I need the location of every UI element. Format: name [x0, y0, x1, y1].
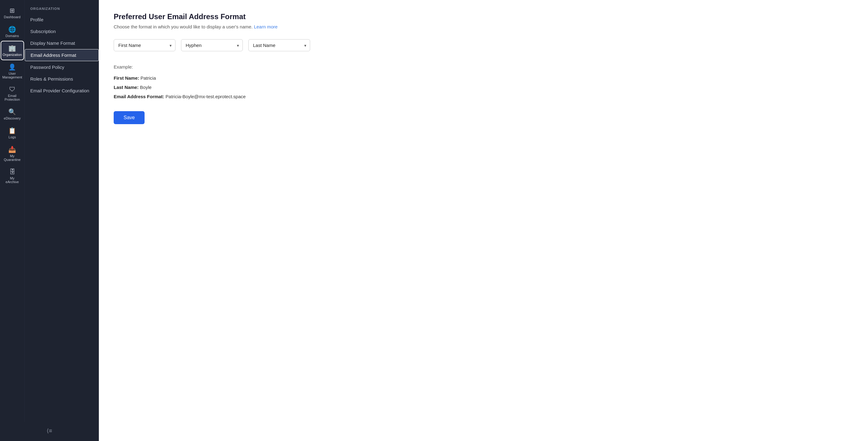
last-name-example-value: Boyle	[140, 85, 152, 90]
org-label: ORGANIZATION	[25, 1, 99, 13]
sidebar-nav-label: Logs	[9, 135, 16, 139]
sidebar-nav-item-my-earchive[interactable]: 🗄 My eArchive	[1, 165, 24, 187]
sidebar-nav-label: Domains	[6, 34, 19, 38]
sidebar-nav-label: eDiscovery	[4, 117, 21, 120]
sidebar-nav-item-my-quarantine[interactable]: 📥 My Quarantine	[1, 143, 24, 165]
org-menu-item-subscription[interactable]: Subscription	[25, 26, 99, 37]
sidebar-nav-item-email-protection[interactable]: 🛡 Email Protection	[1, 83, 24, 104]
page-subtitle: Choose the format in which you would lik…	[114, 24, 853, 29]
last-name-example: Last Name: Boyle	[114, 83, 853, 92]
subtitle-text: Choose the format in which you would lik…	[114, 24, 253, 29]
org-menu-item-display-name-format[interactable]: Display Name Format	[25, 37, 99, 49]
first-name-select[interactable]: First NameLast NameUsername	[114, 39, 176, 51]
last-name-example-label: Last Name:	[114, 85, 139, 90]
first-name-example-value: Patricia	[141, 75, 156, 81]
example-section: Example: First Name: Patricia Last Name:…	[114, 62, 853, 101]
sidebar-nav-item-dashboard[interactable]: ⊞ Dashboard	[1, 4, 24, 22]
sidebar-nav-item-ediscovery[interactable]: 🔍 eDiscovery	[1, 105, 24, 123]
domains-icon: 🌐	[8, 26, 16, 33]
org-menu-item-email-provider-config[interactable]: Email Provider Configuration	[25, 85, 99, 96]
page-title: Preferred User Email Address Format	[114, 12, 853, 21]
email-format-example-label: Email Address Format:	[114, 94, 164, 99]
main-content: Preferred User Email Address Format Choo…	[99, 0, 868, 441]
separator-dropdown-wrapper: HyphenDotUnderscoreNone ▾	[181, 39, 243, 51]
sidebar-nav-label: Email Protection	[4, 94, 21, 101]
first-name-example: First Name: Patricia	[114, 73, 853, 83]
sidebar-nav-label: Organization	[2, 53, 22, 57]
example-label: Example:	[114, 62, 853, 72]
organization-icon: 🏢	[8, 44, 16, 52]
dropdowns-row: First NameLast NameUsername ▾ HyphenDotU…	[114, 39, 853, 51]
sidebar-nav-item-domains[interactable]: 🌐 Domains	[1, 23, 24, 41]
org-menu-item-profile[interactable]: Profile	[25, 14, 99, 25]
dashboard-icon: ⊞	[9, 7, 15, 14]
sidebar-nav-item-logs[interactable]: 📋 Logs	[1, 124, 24, 142]
learn-more-link[interactable]: Learn more	[254, 24, 278, 29]
email-protection-icon: 🛡	[9, 86, 16, 93]
last-name-dropdown-wrapper: Last NameFirst NameUsername ▾	[248, 39, 310, 51]
ediscovery-icon: 🔍	[8, 108, 16, 116]
sidebar: ⊞ Dashboard 🌐 Domains 🏢 Organization 👤 U…	[0, 0, 99, 441]
org-menu-item-roles-permissions[interactable]: Roles & Permissions	[25, 73, 99, 85]
sidebar-nav-label: User Management	[2, 72, 22, 79]
my-quarantine-icon: 📥	[8, 146, 16, 153]
first-name-example-label: First Name:	[114, 75, 139, 81]
first-name-dropdown-wrapper: First NameLast NameUsername ▾	[114, 39, 176, 51]
sidebar-bottom: ⟨≡	[0, 422, 99, 441]
save-button[interactable]: Save	[114, 111, 145, 124]
sidebar-nav-item-user-management[interactable]: 👤 User Management	[1, 60, 24, 82]
collapse-button[interactable]: ⟨≡	[42, 426, 57, 436]
sidebar-nav-item-organization[interactable]: 🏢 Organization	[1, 41, 24, 60]
menu-column: ORGANIZATION ProfileSubscriptionDisplay …	[25, 0, 99, 422]
separator-select[interactable]: HyphenDotUnderscoreNone	[181, 39, 243, 51]
email-format-example: Email Address Format: Patricia-Boyle@mx-…	[114, 92, 853, 101]
org-menu-item-password-policy[interactable]: Password Policy	[25, 61, 99, 73]
my-earchive-icon: 🗄	[9, 168, 16, 176]
logs-icon: 📋	[8, 127, 16, 134]
sidebar-nav-label: My Quarantine	[4, 154, 21, 161]
last-name-select[interactable]: Last NameFirst NameUsername	[248, 39, 310, 51]
email-format-example-value: Patricia-Boyle@mx-test.eprotect.space	[165, 94, 246, 99]
org-menu-item-email-address-format[interactable]: Email Address Format	[25, 49, 99, 61]
user-management-icon: 👤	[8, 63, 16, 71]
sidebar-nav-label: My eArchive	[4, 176, 21, 184]
icon-column: ⊞ Dashboard 🌐 Domains 🏢 Organization 👤 U…	[0, 0, 25, 422]
sidebar-nav-label: Dashboard	[4, 15, 21, 19]
